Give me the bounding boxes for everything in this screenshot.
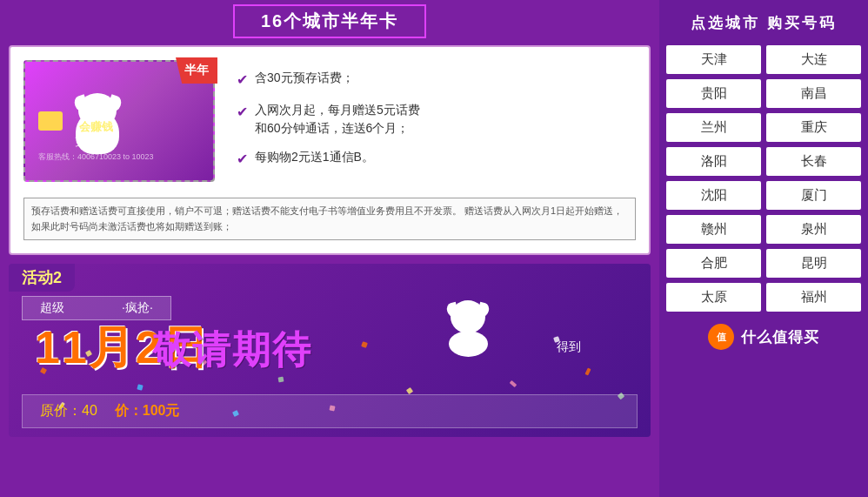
card-top: 半年 会赚钱 更会省钱 客服热线：4006710023 to 10023 (23, 60, 636, 189)
check-icon-1: ✔ (237, 70, 248, 91)
feature-text-3: 每购物2元送1通信B。 (255, 148, 374, 166)
sim-text-block: 会赚钱 更会省钱 客服热线：4006710023 to 10023 (38, 119, 154, 163)
activity-body: 超级 ·疯抢· 11月2日 敬请期待 得到 (9, 292, 651, 437)
city-button-沈阳[interactable]: 沈阳 (666, 181, 761, 210)
brand-text: 什么值得买 (741, 327, 819, 347)
card-section: 半年 会赚钱 更会省钱 客服热线：4006710023 to 10023 (9, 45, 651, 255)
city-button-太原[interactable]: 太原 (666, 283, 761, 312)
sidebar-title: 点选城市 购买号码 (666, 9, 861, 40)
arrived-text: 得到 (557, 339, 581, 355)
price-row: 原价：40 价：100元 (22, 394, 638, 428)
act-mascot-body (449, 331, 488, 357)
city-button-兰州[interactable]: 兰州 (666, 113, 761, 142)
activity-section: 活动2 超级 ·疯抢· (9, 264, 651, 437)
disclaimer-text: 预存话费和赠送话费可直接使用，销户不可退；赠送话费不能支付电子书等增值业务费用且… (23, 198, 636, 240)
title-bar: 16个城市半年卡 (9, 0, 651, 45)
sidebar-brand: 值 什么值得买 (666, 324, 861, 350)
feature-item-2: ✔ 入网次月起，每月赠送5元话费和60分钟通话，连送6个月； (237, 101, 631, 138)
city-button-福州[interactable]: 福州 (766, 283, 861, 312)
city-button-贵阳[interactable]: 贵阳 (666, 79, 761, 108)
city-button-昆明[interactable]: 昆明 (766, 249, 861, 278)
city-button-重庆[interactable]: 重庆 (766, 113, 861, 142)
city-button-泉州[interactable]: 泉州 (766, 215, 861, 244)
city-button-洛阳[interactable]: 洛阳 (666, 147, 761, 176)
banner-text: 超级 (40, 300, 64, 316)
super-sale-text: 超级 ·疯抢· (40, 300, 153, 316)
check-icon-2: ✔ (237, 102, 248, 123)
half-year-badge: 半年 (176, 57, 217, 84)
brand-badge: 值 (708, 324, 734, 350)
features-list: ✔ 含30元预存话费； ✔ 入网次月起，每月赠送5元话费和60分钟通话，连送6个… (232, 60, 636, 189)
feature-text-2: 入网次月起，每月赠送5元话费和60分钟通话，连送6个月； (255, 101, 420, 138)
city-button-合肥[interactable]: 合肥 (666, 249, 761, 278)
act-mascot-head (451, 300, 485, 333)
super-sale-banner: 超级 ·疯抢· (22, 296, 171, 320)
left-content: 16个城市半年卡 半年 会赚钱 更会 (0, 0, 659, 497)
feature-item-1: ✔ 含30元预存话费； (237, 69, 631, 91)
feature-text-1: 含30元预存话费； (255, 69, 354, 87)
activity-header: 活动2 (9, 264, 75, 292)
city-button-厦门[interactable]: 厦门 (766, 181, 861, 210)
city-button-南昌[interactable]: 南昌 (766, 79, 861, 108)
banner-suffix: ·疯抢· (122, 300, 153, 316)
sim-card: 半年 会赚钱 更会省钱 客服热线：4006710023 to 10023 (23, 60, 215, 182)
city-button-赣州[interactable]: 赣州 (666, 215, 761, 244)
city-grid: 天津大连贵阳南昌兰州重庆洛阳长春沈阳厦门赣州泉州合肥昆明太原福州 (666, 45, 861, 312)
sim-main-text: 会赚钱 (38, 119, 154, 135)
price-original: 原价：40 (40, 402, 97, 420)
check-icon-3: ✔ (237, 149, 248, 170)
city-button-大连[interactable]: 大连 (766, 45, 861, 74)
page-title: 16个城市半年卡 (233, 4, 426, 38)
activity-mascot (446, 300, 494, 357)
price-current: 价：100元 (115, 402, 180, 420)
city-button-长春[interactable]: 长春 (766, 147, 861, 176)
city-button-天津[interactable]: 天津 (666, 45, 761, 74)
feature-item-3: ✔ 每购物2元送1通信B。 (237, 148, 631, 170)
please-wait-text: 敬请期待 (152, 325, 312, 376)
sim-sub-text: 更会省钱 (38, 135, 154, 150)
right-sidebar: 点选城市 购买号码 天津大连贵阳南昌兰州重庆洛阳长春沈阳厦门赣州泉州合肥昆明太原… (659, 0, 868, 497)
sim-hotline: 客服热线：4006710023 to 10023 (38, 151, 154, 163)
activity-label: 活动2 (22, 267, 62, 288)
